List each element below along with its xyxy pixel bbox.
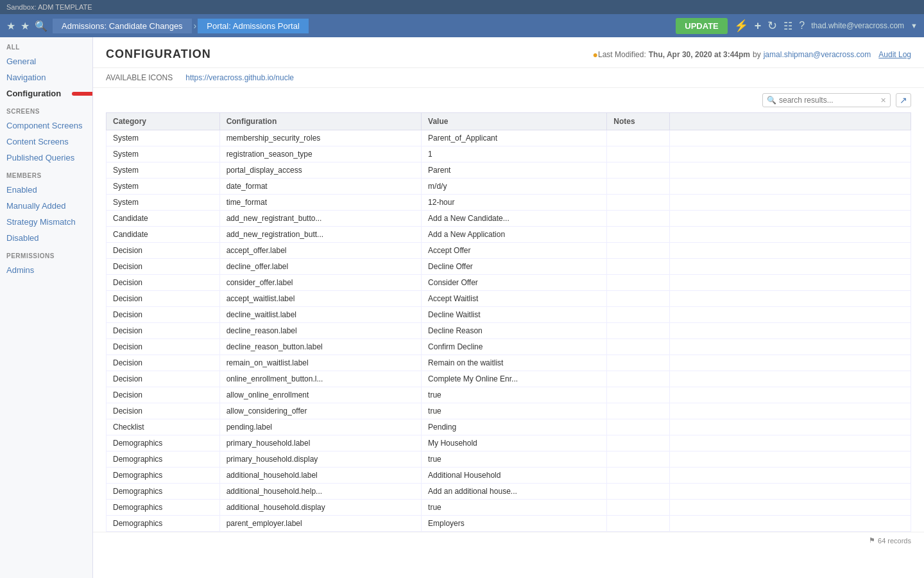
- sandbox-label: Sandbox: ADM TEMPLATE: [6, 3, 92, 11]
- table-container: Category Configuration Value Notes Syste…: [93, 112, 924, 532]
- icons-link[interactable]: https://veracross.github.io/nucle: [185, 73, 294, 82]
- search-input[interactable]: [779, 96, 878, 105]
- sidebar-item-strategy-mismatch[interactable]: Strategy Mismatch: [0, 214, 92, 230]
- cell-empty: [669, 451, 911, 468]
- cell-category: Demographics: [107, 484, 220, 500]
- help-icon[interactable]: ?: [799, 20, 805, 31]
- sidebar-item-component-screens[interactable]: Component Screens: [0, 118, 92, 134]
- cell-empty: [669, 403, 911, 419]
- update-button[interactable]: UPDATE: [676, 18, 727, 34]
- header-meta: ● Last Modified: Thu, Apr 30, 2020 at 3:…: [593, 49, 911, 60]
- table-row: System portal_display_access Parent: [107, 162, 911, 179]
- last-modified-by: by: [753, 50, 761, 59]
- cell-empty: [669, 484, 911, 500]
- add-icon[interactable]: +: [755, 19, 762, 33]
- cell-notes: [607, 516, 670, 532]
- cell-configuration: decline_waitlist.label: [219, 307, 421, 323]
- cell-empty: [669, 162, 911, 179]
- sidebar-item-configuration[interactable]: Configuration: [0, 85, 92, 101]
- cell-category: Decision: [107, 275, 220, 291]
- table-row: Candidate add_new_registrant_butto... Ad…: [107, 211, 911, 227]
- last-modified-text: Last Modified: Thu, Apr 30, 2020 at 3:44…: [598, 50, 871, 59]
- cell-notes: [607, 435, 670, 451]
- cell-value: true: [422, 387, 607, 403]
- col-header-category: Category: [107, 113, 220, 130]
- cell-category: Decision: [107, 323, 220, 339]
- cell-notes: [607, 291, 670, 307]
- clear-search-icon[interactable]: ✕: [880, 96, 886, 105]
- flag-icon: ⚑: [869, 536, 875, 545]
- table-row: Demographics primary_household.display t…: [107, 451, 911, 468]
- cell-configuration: accept_offer.label: [219, 243, 421, 259]
- table-row: Decision online_enrollment_button.l... C…: [107, 371, 911, 387]
- cell-value: Parent: [422, 162, 607, 179]
- dropdown-chevron-icon[interactable]: ▼: [911, 22, 918, 30]
- cell-configuration: date_format: [219, 179, 421, 195]
- sidebar-item-enabled[interactable]: Enabled: [0, 182, 92, 198]
- sidebar-section-screens: SCREENS: [0, 101, 92, 118]
- table-row: Decision remain_on_waitlist.label Remain…: [107, 355, 911, 371]
- cell-configuration: allow_considering_offer: [219, 403, 421, 419]
- cell-empty: [669, 211, 911, 227]
- sidebar-item-manually-added[interactable]: Manually Added: [0, 198, 92, 214]
- cell-empty: [669, 419, 911, 435]
- cell-notes: [607, 403, 670, 419]
- main-layout: ALL General Navigation Configuration SCR…: [0, 37, 924, 578]
- breadcrumb-chevron: ›: [194, 21, 197, 31]
- cell-category: Candidate: [107, 211, 220, 227]
- cell-value: Accept Waitlist: [422, 291, 607, 307]
- cell-category: System: [107, 195, 220, 211]
- cell-empty: [669, 435, 911, 451]
- table-row: System membership_security_roles Parent_…: [107, 130, 911, 146]
- user-email: thad.white@veracross.com: [811, 21, 904, 30]
- cell-configuration: additional_household.help...: [219, 484, 421, 500]
- breadcrumb-section: Admissions: Candidate Changes › Portal: …: [53, 19, 309, 33]
- cell-value: Pending: [422, 419, 607, 435]
- audit-log-link[interactable]: Audit Log: [878, 50, 911, 59]
- cell-configuration: allow_online_enrollment: [219, 387, 421, 403]
- home-icon[interactable]: ★: [6, 20, 15, 32]
- cell-value: Parent_of_Applicant: [422, 130, 607, 146]
- cell-notes: [607, 307, 670, 323]
- table-row: Demographics primary_household.label My …: [107, 435, 911, 451]
- cell-configuration: additional_household.display: [219, 500, 421, 516]
- cell-notes: [607, 227, 670, 243]
- undo-icon[interactable]: ↻: [767, 19, 777, 33]
- sidebar-item-navigation[interactable]: Navigation: [0, 69, 92, 85]
- table-row: Decision consider_offer.label Consider O…: [107, 275, 911, 291]
- cell-configuration: pending.label: [219, 419, 421, 435]
- cell-notes: [607, 323, 670, 339]
- table-row: Decision allow_online_enrollment true: [107, 387, 911, 403]
- cell-empty: [669, 243, 911, 259]
- cell-category: Decision: [107, 339, 220, 355]
- search-box[interactable]: 🔍 ✕: [762, 93, 891, 107]
- cell-empty: [669, 339, 911, 355]
- sidebar-item-general[interactable]: General: [0, 53, 92, 69]
- cell-empty: [669, 387, 911, 403]
- content-area: CONFIGURATION ● Last Modified: Thu, Apr …: [93, 37, 924, 578]
- sidebar-item-published-queries[interactable]: Published Queries: [0, 150, 92, 166]
- cell-value: Decline Reason: [422, 323, 607, 339]
- star-icon[interactable]: ★: [21, 20, 30, 32]
- cell-configuration: membership_security_roles: [219, 130, 421, 146]
- cell-empty: [669, 195, 911, 211]
- last-modified-user[interactable]: jamal.shipman@veracross.com: [764, 50, 871, 59]
- cell-empty: [669, 130, 911, 146]
- cell-value: m/d/y: [422, 179, 607, 195]
- search-icon[interactable]: 🔍: [35, 20, 47, 32]
- external-link-icon[interactable]: ↗: [896, 93, 911, 107]
- sidebar-item-disabled[interactable]: Disabled: [0, 230, 92, 246]
- cell-notes: [607, 162, 670, 179]
- sidebar-item-admins[interactable]: Admins: [0, 262, 92, 278]
- cell-category: Decision: [107, 291, 220, 307]
- breadcrumb-portal[interactable]: Portal: Admissions Portal: [198, 19, 309, 33]
- cell-category: Decision: [107, 403, 220, 419]
- cell-notes: [607, 259, 670, 275]
- cell-value: Complete My Online Enr...: [422, 371, 607, 387]
- cell-empty: [669, 323, 911, 339]
- cell-configuration: accept_waitlist.label: [219, 291, 421, 307]
- lightning-icon[interactable]: ⚡: [734, 19, 748, 33]
- grid-icon[interactable]: ☷: [783, 20, 792, 32]
- breadcrumb-admissions[interactable]: Admissions: Candidate Changes: [53, 19, 193, 33]
- sidebar-item-content-screens[interactable]: Content Screens: [0, 134, 92, 150]
